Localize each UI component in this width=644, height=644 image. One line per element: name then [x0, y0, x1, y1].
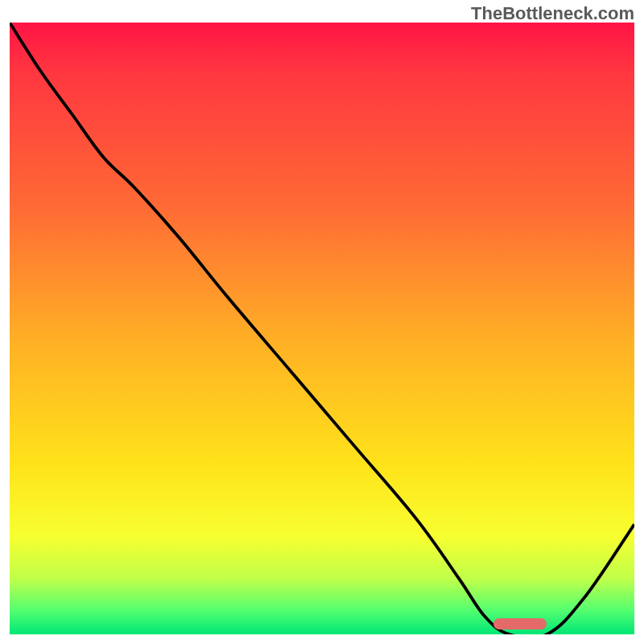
chart-curve-svg [10, 23, 634, 634]
bottleneck-curve [10, 23, 634, 634]
optimal-range-marker [493, 618, 547, 630]
watermark-text: TheBottleneck.com [471, 3, 634, 24]
chart-plot-area [10, 23, 634, 634]
